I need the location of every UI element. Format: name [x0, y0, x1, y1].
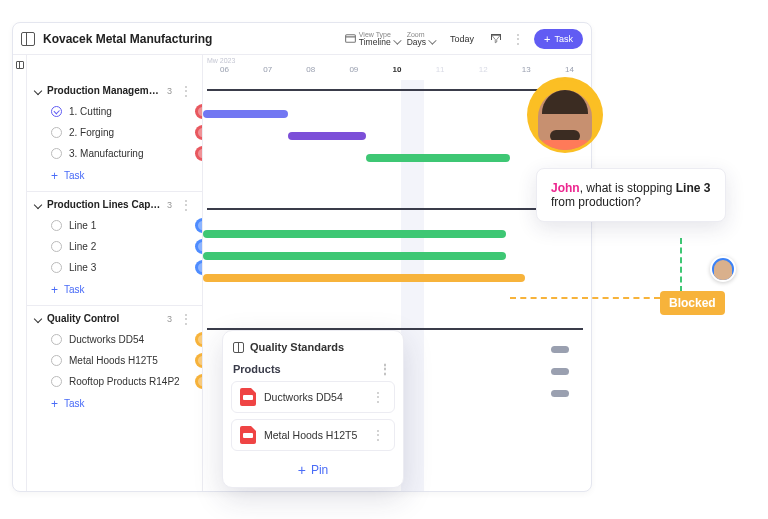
comment-card: John, what is stopping Line 3 from produ… [536, 168, 726, 222]
svg-rect-0 [345, 35, 355, 43]
panel-layout-icon[interactable] [16, 61, 24, 69]
assignee-avatar[interactable] [195, 239, 202, 254]
assignee-avatar[interactable] [195, 146, 202, 161]
task-row[interactable]: Line 2 [27, 236, 202, 257]
task-checkbox[interactable] [51, 148, 62, 159]
gantt-header: Mw 2023 06 07 08 09 10 11 12 13 14 [203, 55, 591, 80]
task-checkbox[interactable] [51, 355, 62, 366]
timeline-icon [344, 32, 357, 45]
chevron-down-icon [34, 200, 42, 208]
attachment-row[interactable]: Ductworks DD54 ⋮ [231, 381, 395, 413]
section-row[interactable]: Production Lines Capacity 3 ⋮ [27, 194, 202, 215]
task-checkbox[interactable] [51, 127, 62, 138]
gantt-bar[interactable] [288, 132, 366, 140]
card-title: Quality Standards [250, 341, 344, 353]
today-highlight [401, 80, 424, 491]
task-checkbox[interactable] [51, 106, 62, 117]
task-checkbox[interactable] [51, 262, 62, 273]
gantt-bar[interactable] [551, 390, 569, 397]
panel-layout-icon [233, 342, 244, 353]
task-row[interactable]: 2. Forging [27, 122, 202, 143]
commenter-avatar[interactable] [530, 80, 600, 150]
link-line [510, 297, 660, 299]
chevron-down-icon [393, 36, 401, 44]
section-row[interactable]: Quality Control 3 ⋮ [27, 308, 202, 329]
assignee-avatar[interactable] [195, 332, 202, 347]
task-checkbox[interactable] [51, 241, 62, 252]
quality-standards-card: Quality Standards Products ⋮ Ductworks D… [222, 330, 404, 488]
new-task-button[interactable]: + Task [534, 29, 583, 49]
add-task-button[interactable]: + Task [27, 392, 202, 417]
link-line [680, 238, 682, 292]
attachment-row[interactable]: Metal Hoods H12T5 ⋮ [231, 419, 395, 451]
assignee-avatar[interactable] [195, 125, 202, 140]
zoom-selector[interactable]: Zoom Days [407, 31, 434, 47]
task-row[interactable]: 1. Cutting [27, 101, 202, 122]
chevron-down-icon [34, 314, 42, 322]
assignee-avatar[interactable] [195, 218, 202, 233]
chevron-down-icon [34, 86, 42, 94]
gantt-bar[interactable] [203, 230, 506, 238]
add-task-button[interactable]: + Task [27, 164, 202, 189]
assignee-avatar[interactable] [195, 374, 202, 389]
task-row[interactable]: 3. Manufacturing [27, 143, 202, 164]
add-task-button[interactable]: + Task [27, 278, 202, 303]
card-subtitle: Products [233, 363, 281, 375]
today-button[interactable]: Today [442, 31, 482, 47]
task-row[interactable]: Rooftop Products R14P2 [27, 371, 202, 392]
assignee-avatar[interactable] [195, 104, 202, 119]
task-row[interactable]: Ductworks DD54 [27, 329, 202, 350]
assignee-avatar[interactable] [710, 256, 736, 282]
pdf-icon [240, 388, 256, 406]
project-title: Kovacek Metal Manufacturing [43, 32, 336, 46]
gantt-bar[interactable] [366, 154, 510, 162]
task-row[interactable]: Metal Hoods H12T5 [27, 350, 202, 371]
toolbar: Kovacek Metal Manufacturing View Type Ti… [13, 23, 591, 55]
gantt-bar[interactable] [203, 252, 506, 260]
mention-name: John [551, 181, 580, 195]
task-checkbox[interactable] [51, 376, 62, 387]
assignee-avatar[interactable] [195, 260, 202, 275]
filter-icon[interactable] [490, 33, 502, 45]
task-list: Production Management 3 ⋮ 1. Cutting 2. … [27, 55, 203, 491]
pdf-icon [240, 426, 256, 444]
blocked-badge: Blocked [660, 291, 725, 315]
task-checkbox[interactable] [51, 220, 62, 231]
task-row[interactable]: Line 3 [27, 257, 202, 278]
task-checkbox[interactable] [51, 334, 62, 345]
task-row[interactable]: Line 1 [27, 215, 202, 236]
view-type-selector[interactable]: View Type Timeline [344, 31, 399, 47]
gantt-bar[interactable] [551, 346, 569, 353]
gantt-bar[interactable] [551, 368, 569, 375]
section-row[interactable]: Production Management 3 ⋮ [27, 80, 202, 101]
gantt-bar[interactable] [203, 274, 525, 282]
side-rail [13, 55, 27, 491]
pin-button[interactable]: + Pin [231, 457, 395, 479]
assignee-avatar[interactable] [195, 353, 202, 368]
gantt-bar[interactable] [203, 110, 288, 118]
chevron-down-icon [428, 36, 436, 44]
panel-layout-icon[interactable] [21, 32, 35, 46]
